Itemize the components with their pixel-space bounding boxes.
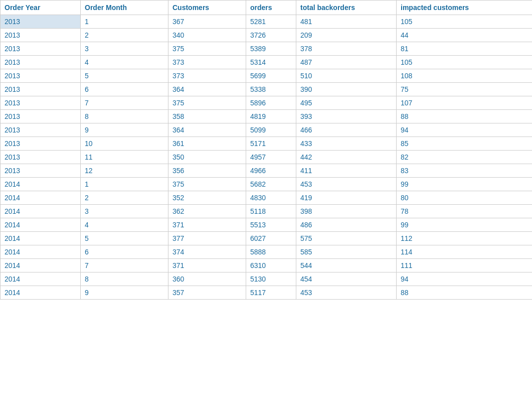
column-header: impacted customers [397,1,533,15]
table-header: Order YearOrder MonthCustomersorderstota… [1,1,533,15]
column-header: Order Year [1,1,81,15]
table-cell: 2013 [1,123,81,137]
table-cell: 361 [168,137,246,151]
table-cell: 487 [296,56,397,69]
table-cell: 5 [81,232,168,245]
table-cell: 3 [81,42,168,56]
table-cell: 5117 [246,286,296,300]
table-cell: 44 [397,29,533,42]
table-row: 20139364509946694 [1,123,533,137]
table-cell: 411 [296,164,397,178]
column-header: total backorders [296,1,397,15]
table-cell: 2013 [1,42,81,56]
table-cell: 371 [168,259,246,273]
table-cell: 209 [296,29,397,42]
table-cell: 2013 [1,110,81,123]
table-cell: 4957 [246,151,296,164]
table-cell: 371 [168,218,246,232]
table-cell: 2 [81,191,168,205]
table-cell: 373 [168,56,246,69]
table-cell: 1 [81,178,168,191]
table-cell: 5896 [246,96,296,110]
table-cell: 5099 [246,123,296,137]
table-cell: 4 [81,218,168,232]
table-cell: 2013 [1,96,81,110]
table-cell: 2014 [1,218,81,232]
table-cell: 78 [397,205,533,218]
table-cell: 114 [397,245,533,259]
table-cell: 433 [296,137,397,151]
table-cell: 11 [81,151,168,164]
table-cell: 5171 [246,137,296,151]
table-cell: 4966 [246,164,296,178]
table-cell: 375 [168,96,246,110]
table-cell: 4 [81,56,168,69]
table-cell: 88 [397,286,533,300]
table-row: 201311350495744282 [1,151,533,164]
table-row: 201312356496641183 [1,164,533,178]
table-cell: 5699 [246,69,296,83]
table-cell: 362 [168,205,246,218]
table-cell: 88 [397,110,533,123]
table-cell: 6 [81,245,168,259]
table-cell: 75 [397,83,533,96]
table-cell: 83 [397,164,533,178]
table-row: 201343735314487105 [1,56,533,69]
table-cell: 364 [168,123,246,137]
table-cell: 544 [296,259,397,273]
table-cell: 5281 [246,15,296,29]
column-header: Order Month [81,1,168,15]
table-cell: 453 [296,286,397,300]
table-cell: 466 [296,123,397,137]
table-cell: 340 [168,29,246,42]
table-cell: 107 [397,96,533,110]
table-cell: 7 [81,259,168,273]
table-cell: 94 [397,273,533,286]
table-container: Order YearOrder MonthCustomersorderstota… [0,0,532,408]
table-cell: 375 [168,178,246,191]
table-cell: 357 [168,286,246,300]
table-row: 201313675281481105 [1,15,533,29]
table-cell: 453 [296,178,397,191]
table-cell: 367 [168,15,246,29]
table-cell: 81 [397,42,533,56]
table-cell: 585 [296,245,397,259]
table-cell: 2013 [1,164,81,178]
table-cell: 377 [168,232,246,245]
table-body: 2013136752814811052013234037262094420133… [1,15,533,300]
table-cell: 4830 [246,191,296,205]
table-cell: 350 [168,151,246,164]
table-cell: 10 [81,137,168,151]
table-cell: 352 [168,191,246,205]
table-cell: 2014 [1,259,81,273]
table-cell: 2013 [1,29,81,42]
table-row: 20149357511745388 [1,286,533,300]
table-cell: 2013 [1,83,81,96]
table-cell: 2014 [1,232,81,245]
table-cell: 2014 [1,273,81,286]
table-cell: 5888 [246,245,296,259]
table-cell: 390 [296,83,397,96]
data-table: Order YearOrder MonthCustomersorderstota… [0,0,532,300]
table-row: 201473716310544111 [1,259,533,273]
table-cell: 5314 [246,56,296,69]
table-cell: 105 [397,15,533,29]
table-cell: 5 [81,69,168,83]
table-cell: 375 [168,42,246,56]
table-cell: 2014 [1,286,81,300]
table-cell: 2013 [1,15,81,29]
table-cell: 5118 [246,205,296,218]
table-row: 20144371551348699 [1,218,533,232]
table-cell: 393 [296,110,397,123]
table-row: 201310361517143385 [1,137,533,151]
table-cell: 2013 [1,137,81,151]
table-cell: 94 [397,123,533,137]
table-cell: 374 [168,245,246,259]
column-header: orders [246,1,296,15]
table-cell: 5513 [246,218,296,232]
table-cell: 12 [81,164,168,178]
table-cell: 356 [168,164,246,178]
table-cell: 9 [81,286,168,300]
table-row: 201353735699510108 [1,69,533,83]
table-cell: 5389 [246,42,296,56]
